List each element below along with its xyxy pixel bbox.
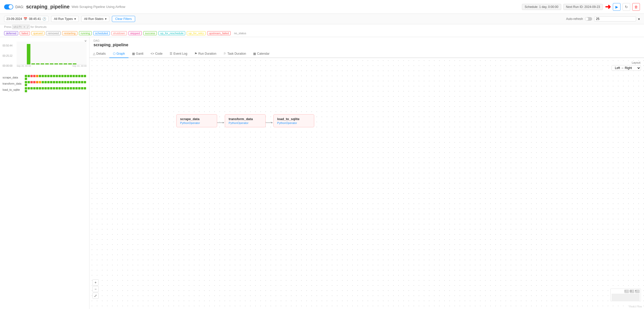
tab-task-duration[interactable]: ⚐ Task Duration xyxy=(220,50,250,58)
minimap-btn-1[interactable]: − xyxy=(624,290,629,293)
task-square[interactable] xyxy=(50,81,52,83)
task-square[interactable] xyxy=(73,75,75,77)
task-square[interactable] xyxy=(64,75,66,77)
badge-shutdown[interactable]: shutdown xyxy=(111,31,127,35)
task-square[interactable] xyxy=(44,75,47,77)
minimap-btn-2[interactable]: ◻ xyxy=(630,290,634,293)
task-square[interactable] xyxy=(28,81,30,83)
task-square[interactable] xyxy=(30,87,33,89)
task-square[interactable] xyxy=(42,87,44,89)
task-square[interactable] xyxy=(50,87,52,89)
task-square[interactable] xyxy=(70,75,72,77)
task-square[interactable] xyxy=(25,81,27,83)
task-square[interactable] xyxy=(28,75,30,77)
task-square[interactable] xyxy=(81,75,83,77)
task-square[interactable] xyxy=(47,81,50,83)
task-square[interactable] xyxy=(58,81,61,83)
task-square[interactable] xyxy=(75,87,78,89)
task-square[interactable] xyxy=(53,81,55,83)
task-square[interactable] xyxy=(78,81,80,83)
task-square[interactable] xyxy=(64,87,66,89)
task-square[interactable] xyxy=(78,87,80,89)
badge-skipped[interactable]: skipped xyxy=(128,31,142,35)
task-square[interactable] xyxy=(36,81,38,83)
auto-refresh-toggle[interactable] xyxy=(585,17,592,21)
trigger-dag-button[interactable]: ▶ xyxy=(613,3,620,11)
task-square[interactable] xyxy=(44,81,47,83)
task-square[interactable] xyxy=(56,75,58,77)
task-square[interactable] xyxy=(56,87,58,89)
badge-up_for_reschedule[interactable]: up_for_reschedule xyxy=(158,31,185,35)
tab-gantt[interactable]: ▦ Gantt xyxy=(128,50,147,58)
task-square[interactable] xyxy=(73,87,75,89)
task-square[interactable] xyxy=(33,87,36,89)
tab-graph[interactable]: ⬡ Graph xyxy=(109,50,128,58)
task-square[interactable] xyxy=(53,87,55,89)
badge-scheduled[interactable]: scheduled xyxy=(93,31,110,35)
task-square[interactable] xyxy=(81,87,83,89)
badge-deferred[interactable]: deferred xyxy=(4,31,18,35)
task-square[interactable] xyxy=(84,81,86,83)
task-square[interactable] xyxy=(39,75,41,77)
task-square[interactable] xyxy=(36,75,38,77)
dag-node-load-to-sqlite[interactable]: load_to_sqlite PythonOperator xyxy=(273,114,314,127)
run-states-dropdown[interactable]: All Run States ▾ xyxy=(81,16,109,22)
badge-removed[interactable]: removed xyxy=(46,31,61,35)
dag-node-scrape-data[interactable]: scrape_data PythonOperator xyxy=(176,114,217,127)
task-square[interactable] xyxy=(30,81,33,83)
task-square[interactable] xyxy=(61,87,64,89)
zoom-in-button[interactable]: + xyxy=(92,279,99,285)
task-square[interactable] xyxy=(39,81,41,83)
task-square[interactable] xyxy=(70,81,72,83)
date-input[interactable]: 23-09-2024 📅 08:45:41 🕐 xyxy=(4,16,49,22)
task-square[interactable] xyxy=(47,75,50,77)
tab-code[interactable]: <> Code xyxy=(147,50,166,58)
task-square[interactable] xyxy=(28,87,30,89)
dag-toggle[interactable] xyxy=(4,4,13,9)
task-square[interactable] xyxy=(25,87,27,89)
task-square[interactable] xyxy=(25,75,27,77)
task-square[interactable] xyxy=(70,87,72,89)
badge-restarting[interactable]: restarting xyxy=(62,31,77,35)
task-square[interactable] xyxy=(84,87,86,89)
run-types-dropdown[interactable]: All Run Types ▾ xyxy=(51,16,79,22)
zoom-out-button[interactable]: − xyxy=(92,286,99,292)
task-square[interactable] xyxy=(25,78,27,80)
task-square[interactable] xyxy=(36,87,38,89)
task-square[interactable] xyxy=(25,84,27,86)
task-square[interactable] xyxy=(61,81,64,83)
task-square[interactable] xyxy=(73,81,75,83)
badge-failed[interactable]: failed xyxy=(20,31,30,35)
task-square[interactable] xyxy=(56,81,58,83)
task-square[interactable] xyxy=(67,87,69,89)
task-square[interactable] xyxy=(42,75,44,77)
minimap-btn-3[interactable]: + xyxy=(635,290,640,293)
badge-success[interactable]: success xyxy=(143,31,157,35)
tab-details[interactable]: △ Details xyxy=(89,50,109,58)
task-square[interactable] xyxy=(75,75,78,77)
badge-running[interactable]: running xyxy=(79,31,92,35)
badge-no_status[interactable]: no_status xyxy=(232,31,248,35)
task-square[interactable] xyxy=(47,87,50,89)
task-square[interactable] xyxy=(50,75,52,77)
task-square[interactable] xyxy=(64,81,66,83)
tab-calendar[interactable]: ▦ Calendar xyxy=(250,50,273,58)
badge-up_for_retry[interactable]: up_for_retry xyxy=(187,31,205,35)
task-square[interactable] xyxy=(42,81,44,83)
task-square[interactable] xyxy=(78,75,80,77)
zoom-fit-button[interactable]: ⤢ xyxy=(92,293,99,299)
badge-upstream_failed[interactable]: upstream_failed xyxy=(207,31,231,35)
dag-node-transform-data[interactable]: transform_data PythonOperator xyxy=(225,114,266,127)
task-square[interactable] xyxy=(58,87,61,89)
task-square[interactable] xyxy=(84,75,86,77)
task-square[interactable] xyxy=(39,87,41,89)
task-square[interactable] xyxy=(61,75,64,77)
delete-dag-button[interactable]: 🗑 xyxy=(632,3,640,11)
task-square[interactable] xyxy=(58,75,61,77)
task-square[interactable] xyxy=(25,90,27,92)
task-square[interactable] xyxy=(67,75,69,77)
task-square[interactable] xyxy=(44,87,47,89)
task-square[interactable] xyxy=(67,81,69,83)
clear-filters-button[interactable]: Clear Filters xyxy=(112,16,135,22)
task-square[interactable] xyxy=(33,81,36,83)
